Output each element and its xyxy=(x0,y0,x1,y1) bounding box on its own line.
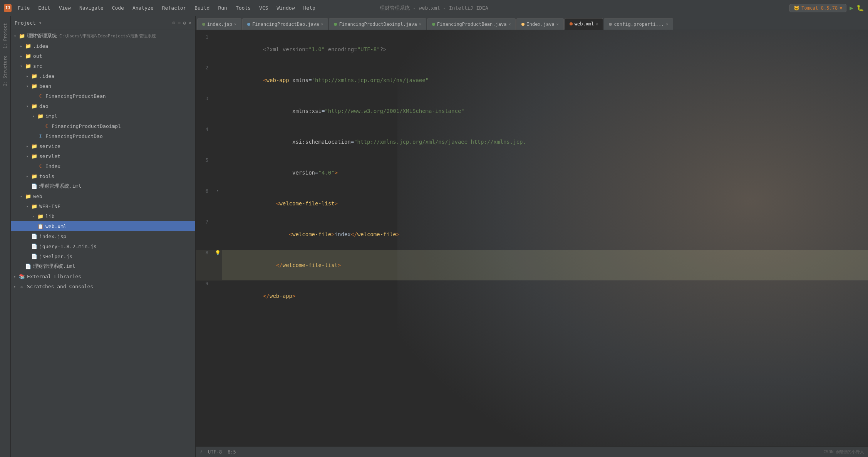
tree-item-lib[interactable]: ▸ 📁 lib xyxy=(11,211,195,221)
tree-item-jshelper[interactable]: ▸ 📄 jsHelper.js xyxy=(11,251,195,261)
tree-item-bean[interactable]: ▾ 📁 bean xyxy=(11,81,195,91)
tab-label-financingdaoimpl: FinancingProductDaoimpl.java xyxy=(339,22,417,27)
line-number-5: 5 xyxy=(196,158,213,163)
tomcat-config[interactable]: 🐱 Tomcat 8.5.78 ▼ xyxy=(789,4,846,12)
locate-icon[interactable]: ⊕ xyxy=(173,20,176,26)
app-icon: IJ xyxy=(4,4,12,12)
line-number-8: 8 xyxy=(196,250,213,255)
tab-webxml[interactable]: web.xml ✕ xyxy=(565,18,603,30)
close-panel-icon[interactable]: ✕ xyxy=(188,20,191,26)
menu-refactor[interactable]: Refactor xyxy=(158,3,190,12)
right-controls: 🐱 Tomcat 8.5.78 ▼ ▶ 🐛 xyxy=(789,4,864,12)
fold-arrow-6[interactable]: ▾ xyxy=(216,188,219,193)
chevron-icon: ▾ xyxy=(39,20,42,26)
debug-button[interactable]: 🐛 xyxy=(856,4,864,12)
project-title: Project xyxy=(15,20,36,26)
tree-item-idea[interactable]: ▸ 📁 .idea xyxy=(11,41,195,51)
tree-item-financing-daoimpl[interactable]: ▸ C FinancingProductDaoimpl xyxy=(11,121,195,131)
menu-analyze[interactable]: Analyze xyxy=(129,3,158,12)
gutter-8: 💡 xyxy=(213,250,222,255)
line-number-7: 7 xyxy=(196,219,213,225)
intention-bulb-icon[interactable]: 💡 xyxy=(215,250,221,255)
title-bar: IJ File Edit View Navigate Code Analyze … xyxy=(0,0,868,16)
tree-item-financing-bean[interactable]: ▸ C FinancingProductBean xyxy=(11,91,195,101)
tree-item-index[interactable]: ▸ C Index xyxy=(11,161,195,171)
tree-item-impl[interactable]: ▾ 📁 impl xyxy=(11,111,195,121)
tree-item-indexjsp[interactable]: ▸ 📄 index.jsp xyxy=(11,231,195,241)
collapse-icon[interactable]: ≡ xyxy=(178,20,181,26)
code-line-4: 4 xsi:schemaLocation="http://xmlns.jcp.o… xyxy=(196,126,868,157)
tree-item-service[interactable]: ▸ 📁 service xyxy=(11,141,195,151)
menu-run[interactable]: Run xyxy=(214,3,231,12)
tab-close-indexjsp[interactable]: ✕ xyxy=(234,22,236,26)
code-line-1: 1 <?xml version="1.0" encoding="UTF-8"?> xyxy=(196,34,868,65)
tree-item-tools[interactable]: ▸ 📁 tools xyxy=(11,171,195,181)
tree-item-idea2[interactable]: ▸ 📁 .idea xyxy=(11,71,195,81)
tree-item-iml[interactable]: ▸ 📄 理财管理系统.iml xyxy=(11,181,195,191)
tab-close-financingdao[interactable]: ✕ xyxy=(321,22,323,26)
tree-item-iml2[interactable]: ▸ 📄 理财管理系统.iml xyxy=(11,261,195,271)
tree-item-dao[interactable]: ▾ 📁 dao xyxy=(11,101,195,111)
tree-item-jquery[interactable]: ▸ 📄 jquery-1.8.2.min.js xyxy=(11,241,195,251)
side-tab-project[interactable]: 1: Project xyxy=(1,20,9,52)
line-content-2: <web-app xmlns="http://xmlns.jcp.org/xml… xyxy=(222,65,868,95)
tree-item-webxml[interactable]: ▸ 📋 web.xml xyxy=(11,221,195,231)
settings-gear-icon[interactable]: ⚙ xyxy=(183,20,186,26)
menu-vcs[interactable]: VCS xyxy=(255,3,272,12)
tree-item-servlet[interactable]: ▾ 📁 servlet xyxy=(11,151,195,161)
tab-label-indexjsp: index.jsp xyxy=(207,22,232,27)
tab-indexjava[interactable]: Index.java ✕ xyxy=(516,18,563,30)
tree-item-webinf[interactable]: ▾ 📁 WEB-INF xyxy=(11,201,195,211)
menu-help[interactable]: Help xyxy=(300,3,319,12)
run-button[interactable]: ▶ xyxy=(850,4,853,12)
tree-item-web[interactable]: ▾ 📁 web xyxy=(11,191,195,201)
tab-dot-indexjava xyxy=(521,23,524,26)
side-tabs-strip: 1: Project 2: Structure xyxy=(0,16,11,457)
menu-code[interactable]: Code xyxy=(108,3,128,12)
menu-view[interactable]: View xyxy=(55,3,75,12)
tab-label-indexjava: Index.java xyxy=(526,22,554,27)
tab-financingdaoimpl[interactable]: FinancingProductDaoimpl.java ✕ xyxy=(329,18,426,30)
menu-tools[interactable]: Tools xyxy=(232,3,255,12)
tomcat-label: Tomcat 8.5.78 xyxy=(801,5,838,11)
tab-close-config[interactable]: ✕ xyxy=(666,22,668,26)
menu-build[interactable]: Build xyxy=(191,3,213,12)
code-line-5: 5 version="4.0"> xyxy=(196,157,868,188)
tree-item-extlibs[interactable]: ▸ 📚 External Libraries xyxy=(11,271,195,281)
tab-config[interactable]: config.properti... ✕ xyxy=(604,18,673,30)
tab-close-financingdaoimpl[interactable]: ✕ xyxy=(419,22,421,26)
tab-financingbean[interactable]: FinancingProductBean.java ✕ xyxy=(427,18,516,30)
tab-indexjsp[interactable]: index.jsp ✕ xyxy=(197,18,241,30)
tab-close-financingbean[interactable]: ✕ xyxy=(508,22,511,26)
tomcat-dropdown-icon[interactable]: ▼ xyxy=(840,5,842,11)
menu-file[interactable]: File xyxy=(14,3,34,12)
tab-close-webxml[interactable]: ✕ xyxy=(596,22,598,26)
line-number-6: 6 xyxy=(196,188,213,194)
code-line-8: 8 💡 </welcome-file-list> xyxy=(196,250,868,281)
line-content-7: <welcome-file>index</welcome-file> xyxy=(222,219,868,249)
side-tab-structure[interactable]: 2: Structure xyxy=(1,52,9,89)
tab-label-financingbean: FinancingProductBean.java xyxy=(437,22,507,27)
code-editor[interactable]: 1 <?xml version="1.0" encoding="UTF-8"?>… xyxy=(196,30,868,457)
tree-item-scratches[interactable]: ▸ ✏️ Scratches and Consoles xyxy=(11,281,195,291)
tab-dot-financingbean xyxy=(432,23,435,26)
tab-close-indexjava[interactable]: ✕ xyxy=(556,22,559,26)
tree-item-out[interactable]: ▸ 📁 out xyxy=(11,51,195,61)
menu-navigate[interactable]: Navigate xyxy=(75,3,107,12)
line-number-9: 9 xyxy=(196,281,213,286)
menu-edit[interactable]: Edit xyxy=(34,3,54,12)
tomcat-icon: 🐱 xyxy=(794,5,799,11)
project-panel: Project ▾ ⊕ ≡ ⚙ ✕ ▾ 📁 理财管理系统 C:\Users\李陈… xyxy=(11,16,196,457)
editor-area: index.jsp ✕ FinancingProductDao.java ✕ F… xyxy=(196,16,868,457)
tree-item-financing-dao[interactable]: ▸ I FinancingProductDao xyxy=(11,131,195,141)
code-line-9: 9 </web-app> xyxy=(196,281,868,311)
tab-financingdao[interactable]: FinancingProductDao.java ✕ xyxy=(242,18,328,30)
line-content-1: <?xml version="1.0" encoding="UTF-8"?> xyxy=(222,34,868,64)
tree-item-src[interactable]: ▾ 📁 src xyxy=(11,61,195,71)
menu-window[interactable]: Window xyxy=(273,3,299,12)
tab-dot-webxml xyxy=(570,22,573,25)
code-line-2: 2 <web-app xmlns="http://xmlns.jcp.org/x… xyxy=(196,65,868,96)
tree-item-root[interactable]: ▾ 📁 理财管理系统 C:\Users\李陈睿\IdeaProjects\理财管… xyxy=(11,31,195,41)
tab-label-webxml: web.xml xyxy=(575,21,594,27)
line-content-4: xsi:schemaLocation="http://xmlns.jcp.org… xyxy=(222,127,868,157)
